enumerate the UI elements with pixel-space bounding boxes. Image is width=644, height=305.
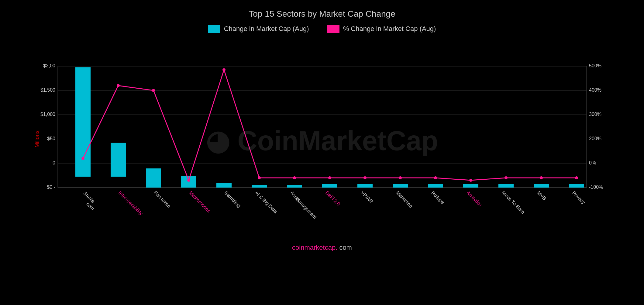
xlabel-marketing: Marketing bbox=[395, 190, 414, 209]
xlabel-move: Move To Earn bbox=[501, 190, 525, 215]
legend-color-line bbox=[327, 25, 339, 33]
xlabel-interoperability: Interoperability bbox=[117, 190, 143, 216]
xlabel-analytics: Analytics bbox=[465, 190, 483, 207]
chart-container: Top 15 Sectors by Market Cap Change Chan… bbox=[0, 0, 644, 305]
svg-text:$1,500: $1,500 bbox=[40, 87, 55, 93]
chart-title: Top 15 Sectors by Market Cap Change bbox=[249, 9, 395, 19]
footer-text-pink: coinmarketcap. bbox=[292, 244, 337, 251]
chart-svg: Milions $2,00 $1,500 $1,000 $50 0 $0 - 5… bbox=[33, 42, 611, 239]
dot-privacy bbox=[575, 176, 578, 179]
legend-item-bar: Change in Market Cap (Aug) bbox=[208, 25, 309, 33]
bar-rollups bbox=[428, 184, 443, 188]
svg-text:$1,000: $1,000 bbox=[40, 112, 55, 117]
xlabel-gambling: Gambling bbox=[223, 190, 241, 208]
dot-masternodes bbox=[187, 179, 190, 182]
legend: Change in Market Cap (Aug) % Change in M… bbox=[208, 25, 436, 33]
xlabel-mvb: MVB bbox=[536, 190, 547, 201]
svg-text:$2,00: $2,00 bbox=[43, 63, 55, 68]
footer: coinmarketcap. com bbox=[292, 244, 352, 252]
dot-defi bbox=[328, 176, 331, 179]
dot-interop bbox=[117, 84, 120, 87]
bar-marketing bbox=[393, 184, 408, 188]
dot-asset bbox=[293, 176, 296, 179]
bar-interoperability bbox=[111, 143, 126, 177]
svg-rect-6 bbox=[58, 66, 587, 188]
dot-fan-token bbox=[152, 89, 155, 92]
svg-text:300%: 300% bbox=[589, 112, 601, 117]
bar-masternodes bbox=[181, 176, 196, 188]
xlabel-vrar: VR/AR bbox=[360, 190, 374, 204]
svg-text:$0 -: $0 - bbox=[47, 185, 55, 190]
dot-stable bbox=[81, 157, 84, 160]
xlabel-fan-token: Fan token bbox=[153, 190, 171, 209]
percentage-line bbox=[83, 70, 577, 180]
xlabel-ai-big-data: AI & Big Data bbox=[254, 190, 278, 214]
svg-text:0: 0 bbox=[53, 160, 55, 165]
bar-mvb bbox=[534, 184, 549, 188]
bar-move-to-earn bbox=[498, 184, 514, 188]
dot-ai-big-data bbox=[258, 176, 261, 179]
xlabel-asset2: Management bbox=[294, 196, 317, 220]
svg-text:200%: 200% bbox=[589, 136, 601, 141]
bar-analytics bbox=[463, 184, 478, 188]
legend-label-bar: Change in Market Cap (Aug) bbox=[224, 25, 309, 33]
dot-analytics bbox=[469, 179, 472, 182]
bar-ai-big-data bbox=[252, 185, 267, 188]
dot-gambling bbox=[222, 68, 226, 71]
svg-text:400%: 400% bbox=[589, 87, 601, 93]
xlabel-privacy: Privacy bbox=[571, 190, 586, 205]
svg-text:$50: $50 bbox=[47, 136, 55, 141]
xlabel-masternodes: Masternodes bbox=[188, 190, 211, 213]
chart-area: ◕ CoinMarketCap Milions $2,00 $1,500 $1,… bbox=[33, 42, 611, 239]
svg-text:-100%: -100% bbox=[589, 185, 603, 190]
xlabel-stable-coin2: coin bbox=[85, 201, 95, 211]
legend-item-line: % Change in Market Cap (Aug) bbox=[327, 25, 436, 33]
footer-text: com bbox=[339, 244, 352, 251]
xlabel-rollups: Rollups bbox=[430, 190, 445, 205]
dot-mvb bbox=[540, 176, 543, 179]
xlabel-defi: DeFi 2.0 bbox=[324, 190, 341, 207]
svg-text:500%: 500% bbox=[589, 63, 601, 68]
svg-text:0%: 0% bbox=[589, 160, 596, 165]
bar-privacy bbox=[569, 184, 584, 188]
bar-stable-coin bbox=[75, 67, 91, 177]
dot-vrar bbox=[363, 176, 367, 179]
dot-marketing bbox=[399, 176, 402, 179]
dot-move bbox=[505, 176, 508, 179]
bar-vr-ar bbox=[357, 184, 373, 188]
bar-defi-2 bbox=[322, 184, 337, 188]
legend-label-line: % Change in Market Cap (Aug) bbox=[343, 25, 436, 33]
bar-fan-token bbox=[146, 168, 161, 188]
bar-asset-management bbox=[287, 185, 302, 188]
legend-color-bar bbox=[208, 25, 220, 33]
bar-gambling bbox=[216, 183, 232, 188]
dot-rollups bbox=[434, 176, 437, 179]
yaxis-left-label: Milions bbox=[34, 130, 40, 147]
